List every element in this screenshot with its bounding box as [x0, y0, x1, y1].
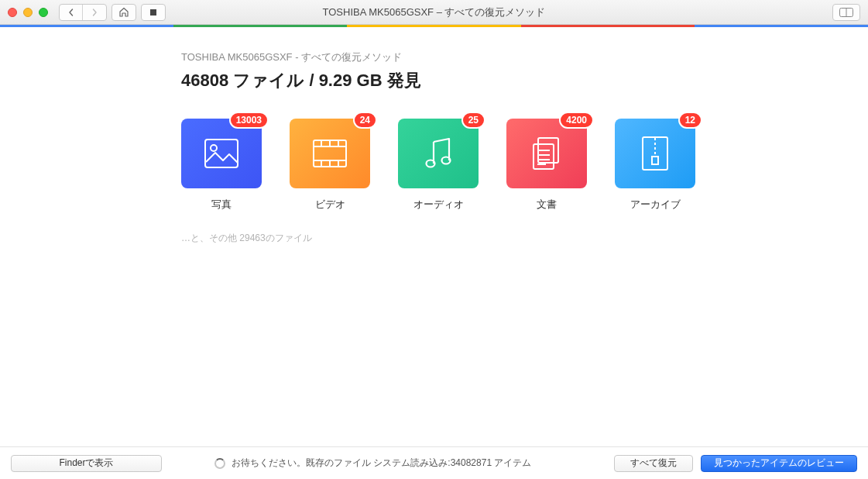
category-cards: 13003 写真 24	[181, 119, 868, 212]
document-icon	[530, 136, 563, 171]
stop-button[interactable]	[141, 4, 166, 21]
category-label: 写真	[211, 198, 232, 212]
titlebar: TOSHIBA MK5065GSXF – すべての復元メソッド	[0, 0, 868, 25]
category-card-video[interactable]: 24 ビデオ	[290, 119, 370, 212]
scan-status: お待ちください。既存のファイル システム読み込み:34082871 アイテム	[214, 457, 600, 470]
window-controls	[8, 8, 48, 17]
category-tile: 24	[290, 119, 370, 188]
count-badge: 13003	[229, 112, 269, 129]
svg-rect-0	[150, 9, 156, 16]
category-label: オーディオ	[413, 198, 464, 212]
count-badge: 12	[678, 112, 702, 129]
maximize-window-button[interactable]	[39, 8, 48, 17]
category-label: アーカイブ	[630, 198, 681, 212]
loading-spinner-icon	[214, 458, 225, 469]
main-content: TOSHIBA MK5065GSXF - すべての復元メソッド 46808 ファ…	[0, 27, 868, 446]
svg-rect-3	[205, 140, 238, 167]
category-tile: 12	[615, 119, 695, 188]
svg-rect-24	[652, 157, 658, 164]
chevron-left-icon	[67, 9, 75, 16]
category-label: 文書	[537, 198, 557, 212]
category-tile: 25	[398, 119, 479, 188]
back-button[interactable]	[60, 5, 83, 20]
category-card-document[interactable]: 4200 文書	[506, 119, 587, 212]
count-badge: 24	[353, 112, 377, 129]
count-badge: 25	[461, 112, 485, 129]
other-files-note: …と、その他 29463のファイル	[181, 232, 868, 245]
status-text: お待ちください。既存のファイル システム読み込み:34082871 アイテム	[232, 457, 531, 470]
footer-bar: Finderで表示 お待ちください。既存のファイル システム読み込み:34082…	[0, 446, 868, 479]
photo-icon	[204, 139, 238, 168]
category-card-audio[interactable]: 25 オーディオ	[398, 119, 479, 212]
toggle-panel-button[interactable]	[832, 4, 860, 21]
close-window-button[interactable]	[8, 8, 17, 17]
toolbar-nav	[59, 4, 166, 21]
category-tile: 13003	[181, 119, 262, 188]
home-icon	[118, 7, 129, 17]
forward-button[interactable]	[83, 5, 106, 20]
minimize-window-button[interactable]	[23, 8, 33, 17]
archive-icon	[642, 136, 668, 171]
panel-icon	[839, 8, 853, 17]
breadcrumb: TOSHIBA MK5065GSXF - すべての復元メソッド	[181, 50, 868, 64]
svg-point-4	[211, 145, 217, 151]
category-card-archive[interactable]: 12 アーカイブ	[615, 119, 695, 212]
svg-rect-17	[533, 144, 554, 169]
count-badge: 4200	[559, 112, 594, 129]
category-tile: 4200	[506, 119, 587, 188]
review-found-items-button[interactable]: 見つかったアイテムのレビュー	[701, 455, 857, 472]
scan-summary-heading: 46808 ファイル / 9.29 GB 発見	[181, 69, 868, 92]
nav-back-forward	[59, 4, 107, 21]
video-icon	[313, 140, 347, 167]
recover-all-button[interactable]: すべて復元	[614, 455, 693, 472]
category-card-photo[interactable]: 13003 写真	[181, 119, 262, 212]
home-button[interactable]	[112, 4, 136, 21]
chevron-right-icon	[91, 9, 98, 16]
stop-icon	[149, 9, 157, 16]
audio-icon	[423, 137, 454, 170]
show-in-finder-button[interactable]: Finderで表示	[11, 455, 162, 472]
category-label: ビデオ	[315, 198, 345, 212]
